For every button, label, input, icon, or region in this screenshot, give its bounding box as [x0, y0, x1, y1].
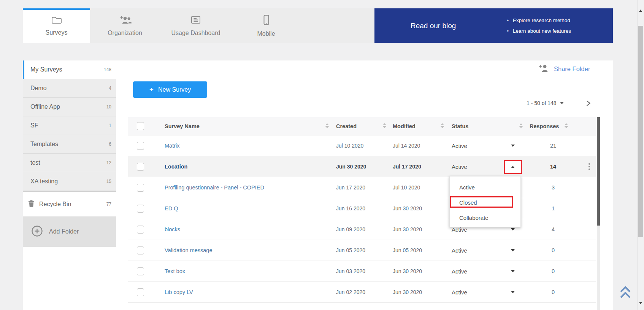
tab-organization[interactable]: Organization — [90, 8, 160, 43]
status-dropdown-caret-icon[interactable] — [511, 270, 515, 272]
chevron-right-icon — [586, 100, 591, 107]
row-checkbox[interactable] — [137, 288, 144, 296]
sidebar-folder-offline-app[interactable]: Offline App 10 — [23, 98, 116, 116]
banner-title: Read our blog — [411, 22, 456, 30]
table-header-row: Survey Name Created Modified Status Resp… — [128, 117, 596, 135]
column-header-status: Status — [452, 123, 468, 129]
sidebar-recycle-bin[interactable]: Recycle Bin 77 — [23, 192, 116, 216]
status-option-active[interactable]: Active — [450, 180, 520, 195]
modified-cell: Jul 10 2020 — [388, 184, 446, 191]
app-window: Surveys Organization Usage Dashboard Mob… — [0, 0, 644, 310]
status-dropdown-menu: Active Closed Collaborate — [449, 176, 521, 227]
blog-banner[interactable]: Read our blog •Explore research method •… — [374, 8, 613, 43]
responses-cell: 1 — [524, 205, 582, 211]
table-row: Matrix Jul 10 2020 Jul 14 2020 Active 21 — [128, 135, 596, 156]
sort-icon[interactable] — [559, 123, 568, 130]
folder-label: XA testing — [30, 178, 58, 185]
survey-name-link[interactable]: blocks — [165, 226, 180, 232]
row-checkbox[interactable] — [137, 205, 144, 213]
sidebar-folder-templates[interactable]: Templates 6 — [23, 135, 116, 154]
modified-cell: Jun 30 2020 — [388, 205, 446, 211]
folder-count: 148 — [104, 67, 111, 72]
share-folder-button[interactable]: Share Folder — [538, 64, 590, 74]
status-option-closed[interactable]: Closed — [450, 195, 520, 210]
status-dropdown-caret-icon[interactable] — [511, 228, 515, 231]
created-cell: Jun 02 2020 — [331, 289, 388, 295]
row-checkbox[interactable] — [137, 226, 144, 234]
tab-mobile[interactable]: Mobile — [232, 8, 300, 43]
table-row: Lib copy LV Jun 02 2020 Jun 30 2020 Acti… — [128, 282, 596, 303]
row-checkbox[interactable] — [137, 184, 144, 192]
annotation-box-closed-option — [450, 196, 513, 208]
status-value: Active — [452, 268, 467, 275]
table-scrollbar-thumb[interactable] — [597, 117, 600, 226]
status-dropdown-open-caret-icon[interactable] — [511, 166, 515, 168]
row-checkbox[interactable] — [137, 246, 144, 254]
next-page-button[interactable] — [586, 100, 591, 108]
table-row: Text box Jun 03 2020 Jun 30 2020 Active … — [128, 261, 596, 282]
sidebar-folder-my-surveys[interactable]: My Surveys 148 — [23, 60, 116, 79]
double-chevron-up-icon — [618, 285, 633, 300]
banner-bullet: •Learn about new features — [507, 26, 571, 37]
row-checkbox[interactable] — [137, 142, 144, 150]
row-checkbox[interactable] — [137, 163, 144, 171]
tab-label: Mobile — [257, 30, 275, 37]
row-menu-icon[interactable] — [588, 163, 590, 165]
survey-name-link[interactable]: Text box — [165, 268, 185, 274]
sort-icon[interactable] — [325, 123, 329, 130]
folder-count: 12 — [106, 160, 111, 165]
modified-cell: Jul 14 2020 — [388, 143, 446, 149]
status-cell: Active — [446, 261, 524, 281]
survey-name-link[interactable]: Location — [165, 164, 187, 170]
status-dropdown-caret-icon[interactable] — [511, 291, 515, 293]
sidebar-folder-demo[interactable]: Demo 4 — [23, 79, 116, 98]
survey-name-link[interactable]: Matrix — [165, 143, 179, 149]
pagination-range-selector[interactable]: 1 - 50 of 148 — [527, 100, 564, 106]
sidebar-folder-sf[interactable]: SF 1 — [23, 116, 116, 135]
modified-cell: Jun 30 2020 — [388, 226, 446, 232]
responses-cell: 0 — [524, 268, 582, 274]
scroll-up-arrow-icon[interactable] — [639, 3, 642, 10]
survey-name-link[interactable]: Validation message — [165, 247, 212, 253]
status-dropdown-caret-icon[interactable] — [511, 145, 515, 147]
table-body: Matrix Jul 10 2020 Jul 14 2020 Active 21… — [128, 135, 596, 303]
responses-cell: 4 — [524, 226, 582, 232]
created-cell: Jun 09 2020 — [331, 226, 388, 232]
sidebar-folder-xa-testing[interactable]: XA testing 15 — [23, 172, 116, 191]
sort-icon[interactable] — [519, 123, 523, 130]
scroll-down-arrow-icon[interactable] — [639, 304, 642, 310]
tab-usage-dashboard[interactable]: Usage Dashboard — [160, 8, 232, 43]
page-scrollbar — [637, 0, 644, 310]
modified-cell: Jun 05 2020 — [388, 247, 446, 253]
sort-icon[interactable] — [440, 123, 444, 130]
organization-icon — [119, 15, 132, 26]
back-to-top-button[interactable] — [618, 285, 633, 301]
add-folder-button[interactable]: Add Folder — [23, 216, 116, 247]
new-survey-button[interactable]: + New Survey — [133, 81, 207, 98]
tab-surveys[interactable]: Surveys — [23, 8, 90, 43]
page-scrollbar-thumb[interactable] — [638, 26, 643, 237]
sort-icon[interactable] — [382, 123, 387, 130]
row-checkbox[interactable] — [137, 267, 144, 275]
status-option-collaborate[interactable]: Collaborate — [450, 210, 520, 226]
add-folder-label: Add Folder — [49, 228, 79, 235]
folder-label: Demo — [30, 85, 47, 92]
folder-list: My Surveys 148 Demo 4 Offline App 10 SF … — [23, 60, 116, 191]
status-dropdown-caret-icon[interactable] — [511, 249, 515, 251]
banner-bullet: •Explore research method — [507, 15, 571, 26]
folder-count: 10 — [106, 104, 111, 110]
survey-name-link[interactable]: Lib copy LV — [165, 289, 193, 295]
survey-name-link[interactable]: Profiling questionnaire - Panel - COPIED — [165, 184, 264, 191]
chevron-down-icon — [560, 102, 564, 104]
mobile-icon — [263, 14, 270, 27]
folder-label: Templates — [30, 141, 58, 148]
folder-label: My Surveys — [30, 66, 62, 73]
responses-cell: 21 — [524, 143, 582, 149]
survey-table: Survey Name Created Modified Status Resp… — [128, 117, 596, 303]
sidebar-folder-test[interactable]: test 12 — [23, 154, 116, 172]
column-header-responses: Responses — [530, 123, 559, 129]
survey-name-link[interactable]: ED Q — [165, 205, 178, 211]
folder-icon — [51, 15, 62, 26]
status-value: Active — [452, 247, 467, 254]
select-all-checkbox[interactable] — [137, 122, 144, 130]
